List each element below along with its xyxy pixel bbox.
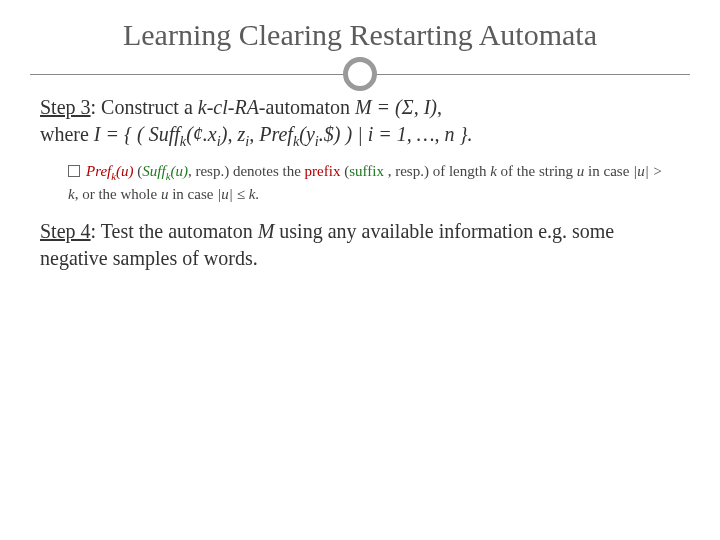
- sub-tail3: , or the whole: [75, 186, 161, 202]
- sub-tail2: in case: [584, 163, 633, 179]
- step3-suffarg: (¢.x: [186, 123, 217, 145]
- step3-kcl: k-cl-RA: [198, 96, 259, 118]
- sub-tail1: of the string: [497, 163, 577, 179]
- step4-M: M: [258, 220, 275, 242]
- step3-prefclose: .$) ) | i = 1, …, n }.: [319, 123, 473, 145]
- sub-u1: (u): [116, 163, 134, 179]
- sub-period: .: [255, 186, 259, 202]
- sub-suff: Suff: [142, 163, 165, 179]
- sub-resp1: , resp.) denotes the: [188, 163, 305, 179]
- sub-gt: >: [649, 163, 663, 179]
- step3-M: M = (Σ, I): [355, 96, 437, 118]
- bullet-box-icon: [68, 165, 80, 177]
- step3-prefarg: (y: [299, 123, 315, 145]
- step4-label: Step 4: [40, 220, 91, 242]
- step4-block: Step 4: Test the automaton M using any a…: [40, 218, 680, 272]
- sub-k6: k: [68, 186, 75, 202]
- step3-aftersuff: ), z: [221, 123, 245, 145]
- slide-content: Step 3: Construct a k-cl-RA-automaton M …: [0, 74, 720, 272]
- divider-circle-icon: [343, 57, 377, 91]
- sub-absu2: |u|: [217, 186, 233, 202]
- slide: Learning Clearing Restarting Automata St…: [0, 0, 720, 540]
- sub-absu1: |u|: [633, 163, 649, 179]
- sub-u2: (u): [170, 163, 188, 179]
- sub-spaceopen: (: [340, 163, 349, 179]
- step3-comma: ,: [437, 96, 442, 118]
- step3-block: Step 3: Construct a k-cl-RA-automaton M …: [40, 94, 680, 151]
- sub-k5: k: [490, 163, 497, 179]
- sub-suffix: suffix: [349, 163, 384, 179]
- step4-lead: : Test the automaton: [91, 220, 258, 242]
- step3-label: Step 3: [40, 96, 91, 118]
- sub-le: ≤: [233, 186, 249, 202]
- step3-lead: : Construct a: [91, 96, 198, 118]
- sub-resp2: , resp.) of length: [384, 163, 490, 179]
- sub-pref: Pref: [86, 163, 111, 179]
- sub-tail4: in case: [168, 186, 217, 202]
- step3-sep: , Pref: [249, 123, 293, 145]
- step3-mid1: -automaton: [259, 96, 355, 118]
- step3-subnote: Prefk(u) (Suffk(u), resp.) denotes the p…: [40, 161, 680, 204]
- step3-Iopen: I = { ( Suff: [94, 123, 180, 145]
- step3-where: where: [40, 123, 94, 145]
- sub-prefix: prefix: [305, 163, 341, 179]
